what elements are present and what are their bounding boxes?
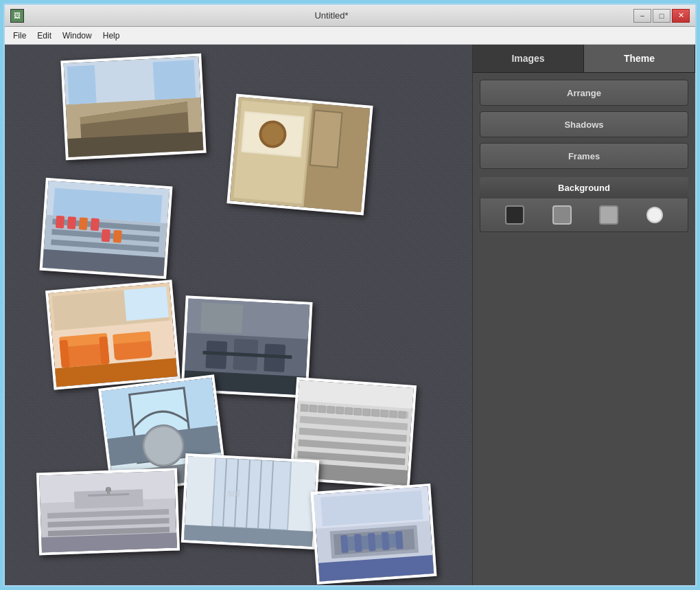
photo-9[interactable]: sol	[181, 453, 320, 549]
photo-1[interactable]	[60, 54, 206, 161]
title-bar: 🖼 Untitled* − □ ✕	[5, 5, 695, 27]
svg-rect-82	[107, 487, 110, 494]
menu-edit[interactable]: Edit	[32, 29, 57, 43]
menu-window[interactable]: Window	[57, 29, 97, 43]
svg-rect-104	[395, 531, 404, 549]
main-content: sol	[5, 45, 695, 585]
background-section: Background	[480, 177, 688, 232]
svg-rect-70	[381, 410, 388, 418]
svg-rect-31	[124, 286, 169, 321]
photo-10[interactable]	[311, 484, 437, 585]
minimize-button[interactable]: −	[633, 9, 651, 23]
svg-rect-69	[372, 409, 380, 417]
background-label: Background	[480, 177, 688, 198]
svg-rect-27	[310, 111, 342, 168]
svg-rect-102	[368, 533, 376, 552]
color-swatches	[480, 198, 688, 232]
svg-rect-16	[91, 218, 100, 231]
swatch-medium[interactable]	[552, 205, 572, 225]
svg-rect-2	[153, 60, 196, 100]
svg-rect-18	[113, 230, 122, 243]
arrange-button[interactable]: Arrange	[480, 80, 688, 106]
svg-rect-17	[102, 229, 110, 242]
photo-2[interactable]	[40, 178, 173, 280]
swatch-dark[interactable]	[505, 205, 524, 225]
svg-rect-66	[345, 407, 353, 415]
swatch-light[interactable]	[599, 205, 618, 225]
sidebar: Images Theme Arrange Shadows Frames Back…	[472, 45, 695, 585]
tab-bar: Images Theme	[473, 45, 695, 73]
menu-file[interactable]: File	[8, 29, 32, 43]
photo-8[interactable]	[36, 468, 180, 555]
panel-content: Arrange Shadows Frames Background	[473, 73, 695, 239]
svg-rect-100	[340, 535, 349, 554]
shadows-button[interactable]: Shadows	[480, 111, 688, 137]
svg-rect-71	[390, 411, 397, 418]
svg-rect-64	[327, 406, 335, 413]
app-window: 🖼 Untitled* − □ ✕ File Edit Window Help	[3, 3, 697, 587]
restore-button[interactable]: □	[653, 9, 670, 23]
photo-3[interactable]	[226, 94, 373, 216]
menu-bar: File Edit Window Help	[5, 27, 695, 45]
window-title: Untitled*	[30, 10, 633, 21]
svg-rect-101	[354, 534, 362, 552]
window-controls: − □ ✕	[633, 9, 690, 23]
swatch-white[interactable]	[646, 207, 663, 223]
photo-4[interactable]	[45, 280, 180, 390]
svg-rect-65	[336, 407, 344, 414]
svg-rect-13	[56, 216, 65, 229]
app-icon: 🖼	[10, 9, 24, 23]
svg-rect-61	[301, 405, 308, 412]
svg-rect-62	[310, 405, 317, 413]
svg-rect-15	[79, 217, 88, 230]
tab-theme[interactable]: Theme	[584, 45, 695, 72]
svg-rect-68	[363, 409, 371, 416]
frames-button[interactable]: Frames	[480, 143, 688, 169]
close-button[interactable]: ✕	[672, 9, 690, 23]
svg-rect-3	[67, 65, 97, 104]
canvas-area[interactable]: sol	[5, 45, 472, 585]
svg-text:sol: sol	[227, 487, 240, 499]
svg-rect-63	[318, 405, 326, 413]
menu-help[interactable]: Help	[97, 29, 126, 43]
svg-rect-103	[382, 532, 390, 551]
tab-images[interactable]: Images	[473, 45, 584, 72]
svg-rect-41	[200, 302, 243, 333]
svg-rect-14	[67, 216, 76, 229]
svg-rect-67	[354, 408, 362, 416]
svg-rect-72	[399, 411, 406, 419]
